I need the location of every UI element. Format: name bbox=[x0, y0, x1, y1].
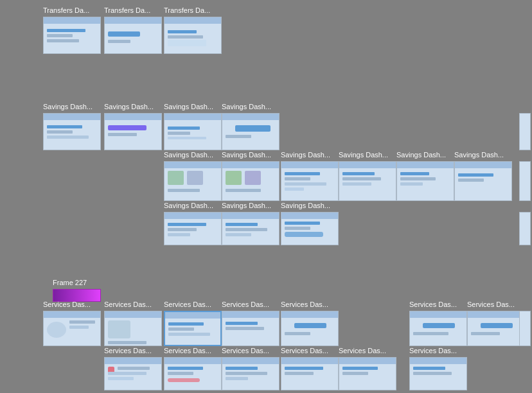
thumb-s16[interactable] bbox=[519, 212, 531, 245]
thumb-sv4[interactable] bbox=[222, 311, 279, 346]
label-s10: Savings Dash... bbox=[396, 151, 454, 159]
thumb-sv1[interactable] bbox=[43, 311, 101, 346]
label-s4: Savings Dash... bbox=[222, 103, 279, 110]
label-sv14: Services Das... bbox=[409, 347, 467, 354]
thumb-sv14[interactable] bbox=[409, 357, 467, 390]
thumb-t2[interactable] bbox=[104, 17, 162, 54]
thumb-s9[interactable] bbox=[339, 161, 396, 201]
thumb-s13[interactable] bbox=[164, 212, 222, 245]
thumb-s12[interactable] bbox=[519, 161, 531, 201]
thumb-sv2[interactable] bbox=[104, 311, 162, 346]
thumb-sv10[interactable] bbox=[164, 357, 222, 390]
thumb-t3[interactable] bbox=[164, 17, 222, 54]
label-sv11: Services Das... bbox=[222, 347, 279, 354]
thumb-s4[interactable] bbox=[222, 113, 279, 150]
frame-227-label: Frame 227 bbox=[53, 279, 104, 286]
label-s14: Savings Dash... bbox=[222, 202, 279, 209]
thumb-s10[interactable] bbox=[396, 161, 454, 201]
thumb-sv3[interactable] bbox=[164, 311, 222, 346]
label-sv13: Services Das... bbox=[339, 347, 396, 354]
thumb-s6[interactable] bbox=[164, 161, 222, 201]
label-sv3: Services Das... bbox=[164, 301, 222, 308]
thumb-s1[interactable] bbox=[43, 113, 101, 150]
label-s7: Savings Dash... bbox=[222, 151, 279, 159]
label-s13: Savings Dash... bbox=[164, 202, 222, 209]
thumb-sv7[interactable] bbox=[467, 311, 525, 346]
thumb-sv9[interactable] bbox=[104, 357, 162, 390]
label-s2: Savings Dash... bbox=[104, 103, 162, 110]
label-sv7: Services Das... bbox=[467, 301, 525, 308]
frame-227-box[interactable] bbox=[53, 289, 101, 302]
label-sv6: Services Das... bbox=[409, 301, 467, 308]
label-t2: Transfers Da... bbox=[104, 6, 162, 14]
thumb-sv5[interactable] bbox=[281, 311, 339, 346]
thumb-s5[interactable] bbox=[519, 113, 531, 150]
thumb-sv13[interactable] bbox=[339, 357, 396, 390]
label-s9: Savings Dash... bbox=[339, 151, 396, 159]
label-sv5: Services Das... bbox=[281, 301, 339, 308]
label-t1: Transfers Da... bbox=[43, 6, 101, 14]
label-sv9: Services Das... bbox=[104, 347, 162, 354]
label-s15: Savings Dash... bbox=[281, 202, 339, 209]
thumb-s8[interactable] bbox=[281, 161, 339, 201]
thumb-s2[interactable] bbox=[104, 113, 162, 150]
label-sv4: Services Das... bbox=[222, 301, 279, 308]
thumb-s7[interactable] bbox=[222, 161, 279, 201]
label-sv10: Services Das... bbox=[164, 347, 222, 354]
label-s1: Savings Dash... bbox=[43, 103, 101, 110]
label-s6: Savings Dash... bbox=[164, 151, 222, 159]
canvas: Transfers Da... Transfers Da... Transfer… bbox=[0, 0, 532, 393]
thumb-sv12[interactable] bbox=[281, 357, 339, 390]
label-t3: Transfers Da... bbox=[164, 6, 222, 14]
label-s11: Savings Dash... bbox=[454, 151, 512, 159]
label-s3: Savings Dash... bbox=[164, 103, 222, 110]
thumb-sv11[interactable] bbox=[222, 357, 279, 390]
thumb-sv6[interactable] bbox=[409, 311, 467, 346]
thumb-s3[interactable] bbox=[164, 113, 222, 150]
label-sv1: Services Das... bbox=[43, 301, 101, 308]
thumb-sv8[interactable] bbox=[519, 311, 531, 346]
label-s8: Savings Dash... bbox=[281, 151, 339, 159]
thumb-t1[interactable] bbox=[43, 17, 101, 54]
thumb-s15[interactable] bbox=[281, 212, 339, 245]
label-sv2: Services Das... bbox=[104, 301, 162, 308]
label-sv12: Services Das... bbox=[281, 347, 339, 354]
thumb-s11[interactable] bbox=[454, 161, 512, 201]
thumb-s14[interactable] bbox=[222, 212, 279, 245]
